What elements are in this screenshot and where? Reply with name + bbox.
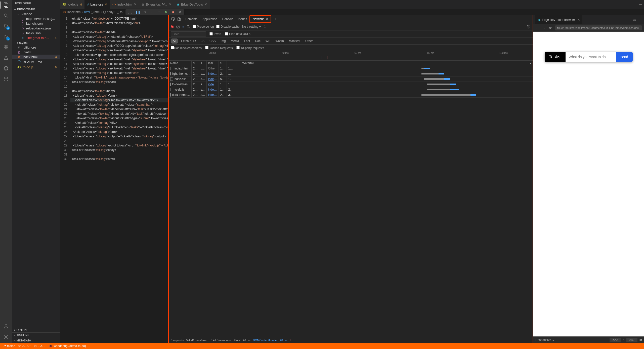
hide-data-urls-checkbox[interactable]: Hide data URLs (225, 32, 250, 36)
invert-checkbox[interactable]: Invert (209, 32, 221, 36)
network-row[interactable]: index.html200d...Other1...1 ... (169, 66, 533, 71)
filter-chip[interactable]: Doc (253, 38, 262, 44)
filter-chip[interactable]: CSS (207, 38, 218, 44)
block-checkbox[interactable]: Has blocked cookies (171, 46, 202, 50)
devtools-tab[interactable]: Console (220, 16, 236, 22)
step-out-icon[interactable]: ↑ (157, 10, 161, 14)
code-editor[interactable]: 1 2 3 4 5 6 7 8 9 10 11 12 13 14 15 16 1… (60, 15, 168, 343)
step-into-icon[interactable]: ↓ (150, 10, 154, 14)
filter-chip[interactable]: Font (242, 38, 252, 44)
source-control-icon[interactable]: 4 (3, 23, 9, 29)
browser-tab[interactable]: ◉ Edge DevTools: Browser ✕ (535, 15, 582, 24)
azure-icon[interactable] (3, 55, 9, 61)
collapsed-panel[interactable]: ›TIMELINE (12, 332, 60, 338)
sync-indicator[interactable]: ⟳ 20↓ 0↑ (18, 344, 31, 348)
filter-chip[interactable]: Media (229, 38, 241, 44)
problems-indicator[interactable]: ⊘ 0 ⚠ 0 (34, 344, 45, 348)
filter-icon[interactable]: ≡ (182, 25, 184, 28)
sidebar-more-icon[interactable]: ⋯ (54, 2, 57, 5)
file-item[interactable]: {}launch.json (12, 21, 60, 26)
github-icon[interactable] (3, 65, 9, 71)
gear-icon[interactable] (527, 25, 531, 29)
filter-chip[interactable]: Wasm (273, 38, 286, 44)
editor-tab[interactable]: ⧉Extension: M...✕ (139, 0, 174, 9)
forward-icon[interactable]: → (542, 26, 546, 30)
record-icon[interactable] (171, 25, 174, 28)
filter-input[interactable] (171, 31, 206, 36)
filter-chip[interactable]: WS (264, 38, 272, 44)
debug-icon[interactable]: 1 (3, 34, 9, 40)
network-row[interactable]: dark-theme....200st...index...2...3... (169, 92, 533, 98)
folder-item[interactable]: ⌄.vscode (12, 12, 60, 16)
file-item[interactable]: ≡The great thin...U (12, 35, 60, 40)
file-item[interactable]: ⚙.gitignore (12, 45, 60, 50)
devtools-tab[interactable]: Elements (182, 16, 200, 22)
add-tab-icon[interactable]: + (273, 16, 278, 22)
inspect-icon[interactable] (170, 16, 176, 22)
block-checkbox[interactable]: Blocked Requests (205, 46, 233, 50)
edge-icon[interactable] (3, 76, 9, 82)
height-input[interactable]: 842 (626, 338, 637, 342)
editor-tab[interactable]: ◉Edge DevTools✕ (174, 0, 210, 9)
device-icon[interactable] (176, 16, 182, 22)
url-bar[interactable]: file:///Users/chrisheilmann/Documents/Gi… (555, 25, 642, 30)
explorer-icon[interactable] (3, 2, 9, 8)
close-icon[interactable]: ✕ (577, 18, 580, 22)
file-item[interactable]: {}reload-tasks.json (12, 26, 60, 31)
online-icon[interactable]: ⇅ (263, 25, 266, 28)
network-timeline[interactable]: 20 ms40 ms60 ms80 ms100 ms (169, 51, 533, 61)
file-item[interactable]: <>index.html (12, 55, 60, 59)
settings-icon[interactable] (3, 334, 9, 340)
file-item[interactable]: {}.hintrc (12, 50, 60, 55)
width-input[interactable]: 520 (610, 338, 621, 342)
step-over-icon[interactable]: ↷ (143, 10, 147, 14)
throttling-select[interactable]: No throttling ▾ (242, 25, 261, 28)
stop-icon[interactable]: ■ (171, 10, 175, 14)
search-icon[interactable] (3, 13, 9, 19)
preserve-log-checkbox[interactable]: Preserve log (193, 25, 214, 28)
wifi-icon[interactable]: ⌇ (268, 25, 270, 28)
rotate-icon[interactable]: ⇄ (639, 338, 642, 342)
filter-chip[interactable]: Manifest (287, 38, 302, 44)
file-item[interactable]: ⓘREADME.md (12, 59, 60, 65)
network-row[interactable]: light-theme....200st...index...2...1... (169, 71, 533, 76)
send-button[interactable]: send (616, 52, 632, 62)
collapsed-panel[interactable]: ›OUTLINE (12, 327, 60, 332)
clear-icon[interactable] (176, 25, 180, 28)
network-row[interactable]: base.css200st...index...5...1... (169, 76, 533, 82)
block-checkbox[interactable]: 3rd-party requests (236, 46, 264, 50)
branch-indicator[interactable]: ⎇ main* (3, 344, 15, 348)
network-row[interactable]: to-do.js200s...index...1...2... (169, 87, 533, 92)
reload-icon[interactable]: ⟳ (548, 26, 552, 30)
task-input[interactable] (566, 52, 616, 62)
editor-tab[interactable]: #base.cssM (85, 0, 110, 9)
folder-item[interactable]: ›styles (12, 40, 60, 45)
network-table[interactable]: NameS...T...InitiatorSizeTi...F...Waterf… (169, 61, 533, 337)
disable-cache-checkbox[interactable]: Disable cache (216, 25, 239, 28)
collapsed-panel[interactable]: ›METADATA (12, 338, 60, 343)
filter-chip[interactable]: Fetch/XHR (179, 38, 198, 44)
restart-icon[interactable]: ↻ (164, 10, 168, 14)
filter-chip[interactable]: JS (199, 38, 206, 44)
project-root[interactable]: ⌄DEMO-TO-DO (12, 7, 60, 12)
back-icon[interactable]: ← (535, 26, 539, 30)
devtools-tab[interactable]: Issues (236, 16, 250, 22)
account-icon[interactable] (3, 323, 9, 329)
editor-tab[interactable]: JSto-do.jsM (60, 0, 85, 9)
filter-chip[interactable]: Other (303, 38, 315, 44)
network-row[interactable]: to-do-styles....200st...index...1...1... (169, 82, 533, 87)
filter-chip[interactable]: All (171, 38, 178, 44)
search-icon[interactable] (187, 25, 190, 28)
file-item[interactable]: JSto-do.jsM (12, 65, 60, 69)
file-item[interactable]: {}http-server-tasks.j... (12, 16, 60, 21)
extensions-icon[interactable] (3, 44, 9, 50)
screencast-icon[interactable]: ⧉ (178, 10, 182, 14)
responsive-select[interactable]: Responsive ⌄ (535, 338, 554, 342)
pause-icon[interactable]: ❚❚ (136, 10, 140, 14)
more-icon[interactable]: ⋯ (639, 3, 642, 6)
drag-handle-icon[interactable]: ⋮⋮ (127, 10, 133, 14)
debug-target[interactable]: 🐞 webdebug (demo-to-do) (49, 344, 86, 348)
more-icon[interactable]: ⋯ (638, 18, 641, 22)
filter-chip[interactable]: Img (219, 38, 228, 44)
devtools-tab[interactable]: Application (200, 16, 220, 22)
